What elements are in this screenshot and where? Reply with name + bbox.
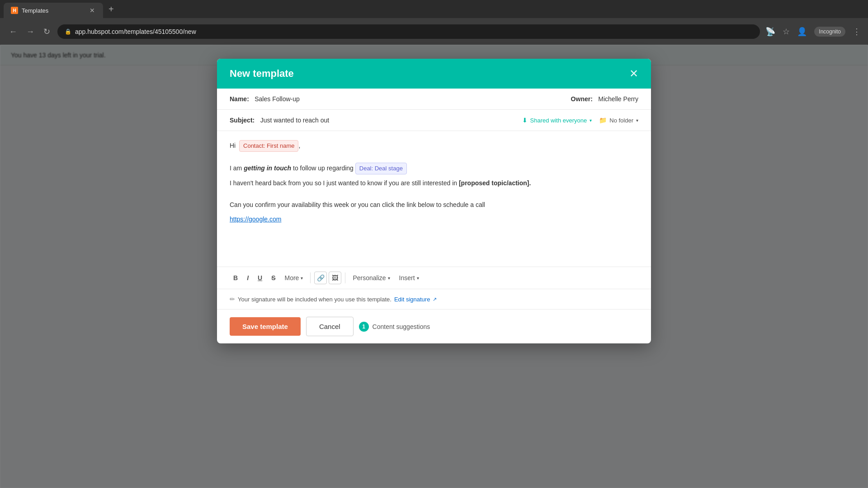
- toolbar-divider-2: [345, 272, 345, 283]
- cancel-button[interactable]: Cancel: [306, 317, 354, 336]
- toolbar-divider-1: [310, 272, 311, 283]
- bold-button[interactable]: B: [230, 272, 241, 284]
- modal-title: New template: [230, 68, 294, 80]
- new-tab-button[interactable]: +: [105, 2, 118, 16]
- forward-button[interactable]: →: [24, 25, 36, 38]
- havent-heard-text: I haven't heard back from you so I just …: [230, 179, 457, 187]
- refresh-button[interactable]: ↻: [42, 25, 52, 38]
- editor-area[interactable]: Hi Contact: First name, I am getting in …: [217, 131, 651, 267]
- editor-line-3: I haven't heard back from you so I just …: [230, 178, 638, 189]
- insert-chevron-icon: ▾: [417, 276, 419, 281]
- editor-line-2: I am getting in touch to follow up regar…: [230, 163, 638, 174]
- incognito-badge: Incognito: [814, 27, 845, 37]
- bookmark-icon: ☆: [783, 27, 790, 37]
- new-template-modal: New template ✕ Name: Sales Follow-up Own…: [217, 59, 651, 343]
- more-label: More: [284, 274, 299, 282]
- name-label: Name:: [230, 95, 249, 103]
- strikethrough-button[interactable]: S: [268, 272, 279, 284]
- deal-stage-token[interactable]: Deal: Deal stage: [355, 163, 407, 174]
- owner-value: Michelle Perry: [598, 95, 638, 103]
- to-follow-up-text: to follow up regarding: [293, 164, 355, 172]
- proposed-topic-bold: [proposed topic/action].: [459, 179, 531, 187]
- tab-close-button[interactable]: ✕: [89, 6, 96, 15]
- active-tab[interactable]: H Templates ✕: [4, 3, 103, 18]
- subject-sharing-row: Subject: Just wanted to reach out ⬇ Shar…: [217, 110, 651, 131]
- link-icon: 🔗: [317, 274, 325, 282]
- folder-icon: 📁: [599, 117, 607, 124]
- profile-icon: 👤: [797, 27, 807, 37]
- availability-text: Can you confirm your availability this w…: [230, 201, 485, 208]
- editor-link-line: https://google.com: [230, 214, 638, 225]
- i-am-text: I am: [230, 164, 244, 172]
- personalize-label: Personalize: [353, 274, 386, 282]
- edit-signature-link[interactable]: Edit signature: [394, 296, 430, 303]
- modal-close-button[interactable]: ✕: [629, 68, 638, 79]
- link-button[interactable]: 🔗: [314, 272, 327, 284]
- contact-first-name-token[interactable]: Contact: First name: [239, 140, 298, 152]
- no-folder-button[interactable]: 📁 No folder ▾: [599, 117, 638, 124]
- name-value: Sales Follow-up: [255, 95, 300, 103]
- name-owner-row: Name: Sales Follow-up Owner: Michelle Pe…: [217, 89, 651, 110]
- subject-label: Subject:: [230, 117, 255, 124]
- suggestions-badge: 1: [359, 322, 369, 332]
- back-button[interactable]: ←: [7, 25, 19, 38]
- comma-text: ,: [298, 142, 300, 149]
- modal-footer: Save template Cancel 1 Content suggestio…: [217, 309, 651, 343]
- getting-in-touch-text: getting in touch: [244, 164, 291, 172]
- editor-line-4: Can you confirm your availability this w…: [230, 200, 638, 211]
- image-icon: 🖼: [332, 274, 338, 282]
- subject-field: Subject: Just wanted to reach out: [230, 116, 329, 124]
- subject-value: Just wanted to reach out: [260, 117, 330, 124]
- editor-toolbar: B I U S More ▾ 🔗 🖼 Personalize ▾: [217, 267, 651, 289]
- signature-note: ✏ Your signature will be included when y…: [217, 289, 651, 309]
- content-suggestions: 1 Content suggestions: [359, 322, 430, 332]
- underline-button[interactable]: U: [254, 272, 266, 284]
- personalize-chevron-icon: ▾: [388, 276, 390, 281]
- signature-text: Your signature will be included when you…: [238, 296, 392, 303]
- schedule-link[interactable]: https://google.com: [230, 216, 281, 223]
- suggestions-label: Content suggestions: [373, 323, 430, 330]
- external-link-icon: ↗: [433, 296, 437, 302]
- modal-header: New template ✕: [217, 59, 651, 89]
- lock-icon: 🔒: [65, 28, 71, 35]
- address-bar[interactable]: 🔒 app.hubspot.com/templates/45105500/new: [57, 24, 760, 39]
- address-text: app.hubspot.com/templates/45105500/new: [75, 28, 196, 35]
- personalize-button[interactable]: Personalize ▾: [349, 272, 393, 284]
- save-template-button[interactable]: Save template: [230, 317, 301, 336]
- signature-icon: ✏: [230, 296, 235, 303]
- sharing-meta: ⬇ Shared with everyone ▾ 📁 No folder ▾: [522, 117, 639, 124]
- editor-line-1: Hi Contact: First name,: [230, 140, 638, 152]
- insert-label: Insert: [399, 274, 415, 282]
- owner-field: Owner: Michelle Perry: [571, 95, 638, 103]
- modal-body: Name: Sales Follow-up Owner: Michelle Pe…: [217, 89, 651, 309]
- italic-button[interactable]: I: [243, 272, 252, 284]
- share-icon: ⬇: [522, 117, 528, 124]
- more-button[interactable]: More ▾: [281, 272, 307, 284]
- menu-icon: ⋮: [853, 27, 861, 37]
- editor-spacer-2: [230, 192, 638, 200]
- shared-label: Shared with everyone: [530, 117, 587, 124]
- tab-title: Templates: [22, 7, 85, 14]
- image-button[interactable]: 🖼: [329, 272, 341, 284]
- editor-spacer-1: [230, 155, 638, 163]
- owner-label: Owner:: [571, 95, 593, 103]
- folder-chevron-icon: ▾: [636, 118, 638, 123]
- shared-chevron-icon: ▾: [590, 118, 592, 123]
- name-field: Name: Sales Follow-up: [230, 95, 300, 103]
- tab-favicon: H: [11, 7, 18, 14]
- folder-label: No folder: [609, 117, 633, 124]
- more-chevron-icon: ▾: [301, 276, 303, 281]
- hi-text: Hi: [230, 142, 236, 149]
- cast-icon: 📡: [765, 27, 775, 37]
- modal-overlay: New template ✕ Name: Sales Follow-up Own…: [0, 45, 868, 488]
- insert-button[interactable]: Insert ▾: [396, 272, 423, 284]
- shared-with-everyone-button[interactable]: ⬇ Shared with everyone ▾: [522, 117, 592, 124]
